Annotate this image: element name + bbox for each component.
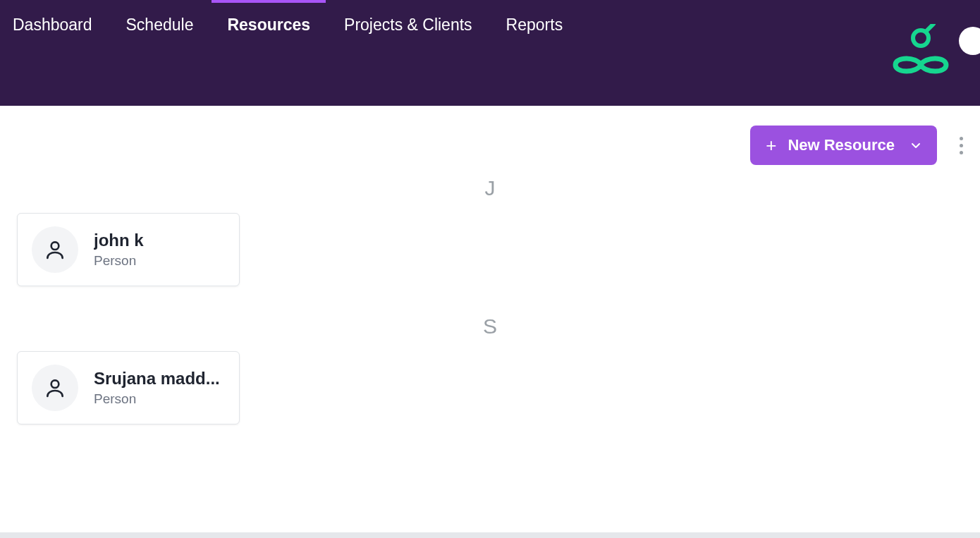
nav-tab-projects-clients[interactable]: Projects & Clients	[344, 16, 472, 35]
app-logo	[891, 24, 950, 78]
infinity-icon	[891, 52, 950, 78]
svg-line-1	[926, 24, 933, 31]
resource-list: J john k Person S Srujana madd... Person	[0, 169, 980, 453]
resource-name: Srujana madd...	[94, 369, 225, 389]
resource-card[interactable]: Srujana madd... Person	[17, 351, 240, 424]
resource-card[interactable]: john k Person	[17, 213, 240, 286]
logo-top-icon	[905, 24, 936, 49]
resource-info: john k Person	[94, 231, 225, 269]
nav-tab-resources[interactable]: Resources	[227, 16, 310, 35]
more-options-button[interactable]	[957, 134, 966, 157]
nav-tabs: Dashboard Schedule Resources Projects & …	[13, 0, 563, 35]
person-avatar-icon	[32, 365, 78, 411]
group-letter: J	[0, 176, 980, 200]
resource-type: Person	[94, 391, 225, 407]
nav-tab-dashboard[interactable]: Dashboard	[13, 16, 92, 35]
chevron-down-icon	[910, 140, 921, 151]
svg-point-3	[51, 380, 59, 388]
resource-type: Person	[94, 253, 225, 269]
top-navigation: Dashboard Schedule Resources Projects & …	[0, 0, 980, 106]
toolbar: + New Resource	[750, 126, 966, 165]
bottom-bar	[0, 532, 980, 538]
nav-tab-schedule[interactable]: Schedule	[126, 16, 194, 35]
new-resource-button[interactable]: + New Resource	[750, 126, 937, 165]
plus-icon: +	[766, 136, 776, 154]
svg-point-2	[51, 242, 59, 250]
group-letter: S	[0, 314, 980, 338]
resource-name: john k	[94, 231, 225, 250]
new-resource-label: New Resource	[788, 136, 895, 154]
resource-info: Srujana madd... Person	[94, 369, 225, 407]
user-avatar-button[interactable]	[959, 27, 980, 55]
nav-tab-reports[interactable]: Reports	[506, 16, 563, 35]
person-avatar-icon	[32, 226, 78, 273]
